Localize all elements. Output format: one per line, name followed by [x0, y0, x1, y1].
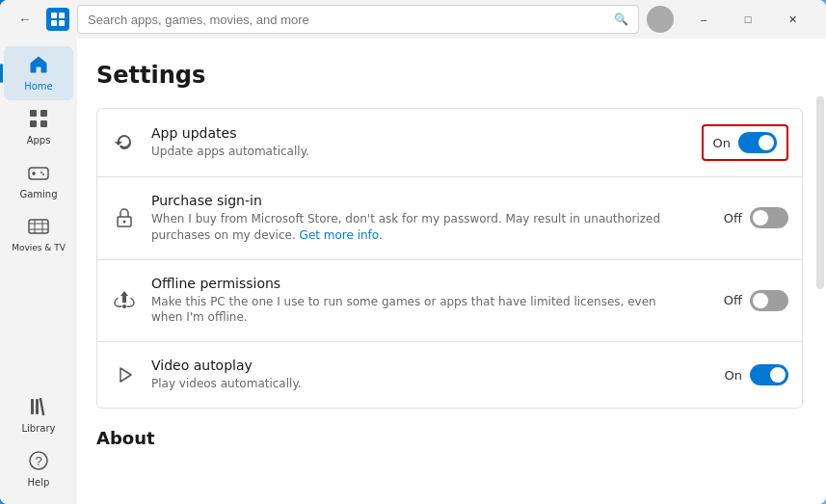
- offline-control: Off: [702, 290, 788, 311]
- app-icon: [46, 8, 69, 31]
- sidebar-item-movies[interactable]: Movies & TV: [4, 208, 73, 261]
- svg-rect-1: [59, 13, 65, 18]
- get-more-info-link[interactable]: Get more info.: [300, 228, 383, 242]
- app-updates-control-label: On: [713, 136, 731, 150]
- video-toggle-thumb: [770, 367, 786, 383]
- setting-item-offline: Offline permissions Make this PC the one…: [96, 259, 803, 342]
- sidebar-library-label: Library: [22, 423, 56, 435]
- offline-toggle-thumb: [753, 293, 768, 308]
- svg-rect-0: [51, 13, 57, 18]
- setting-item-purchase: Purchase sign-in When I buy from Microso…: [96, 176, 803, 259]
- svg-point-12: [42, 173, 44, 175]
- offline-desc: Make this PC the one I use to run some g…: [151, 294, 688, 327]
- sidebar: Home Apps: [0, 39, 77, 504]
- app-updates-toggle-thumb: [759, 135, 774, 150]
- offline-toggle-track: [750, 290, 788, 311]
- sidebar-apps-label: Apps: [27, 135, 51, 146]
- purchase-toggle-thumb: [753, 210, 768, 225]
- sidebar-help-label: Help: [28, 477, 50, 489]
- sidebar-item-help[interactable]: ? Help: [4, 442, 73, 496]
- search-bar[interactable]: 🔍: [77, 5, 639, 34]
- video-toggle[interactable]: [750, 364, 788, 385]
- app-updates-icon: [111, 129, 138, 156]
- page-title: Settings: [96, 62, 803, 89]
- close-button[interactable]: ✕: [770, 4, 814, 35]
- video-desc: Play videos automatically.: [151, 376, 688, 392]
- sidebar-home-label: Home: [24, 81, 53, 93]
- svg-rect-19: [36, 399, 39, 414]
- purchase-control-label: Off: [724, 211, 742, 225]
- svg-rect-18: [31, 399, 34, 414]
- video-control: On: [702, 364, 788, 385]
- sidebar-movies-label: Movies & TV: [12, 243, 66, 253]
- video-title: Video autoplay: [151, 358, 688, 373]
- purchase-text: Purchase sign-in When I buy from Microso…: [151, 193, 688, 244]
- app-updates-toggle[interactable]: [738, 132, 777, 153]
- content-area: Home Apps: [0, 39, 826, 504]
- svg-rect-4: [30, 110, 37, 117]
- app-updates-toggle-track: [738, 132, 777, 153]
- video-control-label: On: [725, 368, 742, 383]
- purchase-control: Off: [702, 207, 788, 228]
- video-toggle-track: [750, 364, 788, 385]
- app-updates-title: App updates: [151, 125, 688, 141]
- sidebar-item-library[interactable]: Library: [4, 388, 73, 442]
- purchase-title: Purchase sign-in: [151, 193, 688, 208]
- svg-point-11: [40, 172, 42, 173]
- titlebar: ← 🔍 – □ ✕: [0, 0, 826, 39]
- avatar: [647, 6, 674, 33]
- svg-text:?: ?: [35, 454, 41, 468]
- about-section: About: [96, 428, 803, 448]
- sidebar-item-apps[interactable]: Apps: [4, 100, 73, 154]
- maximize-button[interactable]: □: [726, 4, 770, 35]
- app-updates-control: On: [702, 124, 788, 161]
- search-input[interactable]: [88, 13, 608, 27]
- sidebar-gaming-label: Gaming: [19, 189, 57, 200]
- svg-rect-5: [40, 110, 47, 117]
- purchase-toggle-track: [750, 207, 788, 228]
- scrollbar[interactable]: [816, 96, 824, 289]
- svg-point-24: [122, 305, 126, 308]
- video-icon: [111, 361, 138, 388]
- app-updates-text: App updates Update apps automatically.: [151, 125, 688, 160]
- home-icon: [28, 54, 49, 79]
- minimize-button[interactable]: –: [681, 4, 726, 35]
- settings-list: App updates Update apps automatically. O…: [96, 108, 803, 409]
- window-controls: – □ ✕: [681, 4, 814, 35]
- offline-text: Offline permissions Make this PC the one…: [151, 276, 688, 327]
- svg-rect-13: [29, 220, 48, 233]
- help-icon: ?: [28, 450, 49, 475]
- movies-icon: [28, 216, 49, 241]
- app-window: ← 🔍 – □ ✕: [0, 0, 826, 504]
- app-updates-desc: Update apps automatically.: [151, 144, 688, 160]
- sidebar-item-home[interactable]: Home: [4, 46, 73, 100]
- svg-point-23: [123, 221, 126, 224]
- apps-icon: [28, 108, 49, 133]
- setting-item-video: Video autoplay Play videos automatically…: [96, 341, 803, 409]
- svg-rect-7: [40, 120, 47, 127]
- offline-control-label: Off: [724, 293, 742, 307]
- svg-rect-3: [59, 20, 65, 26]
- gaming-icon: [28, 162, 49, 187]
- sidebar-item-gaming[interactable]: Gaming: [4, 154, 73, 208]
- offline-toggle[interactable]: [750, 290, 788, 311]
- setting-item-app-updates: App updates Update apps automatically. O…: [96, 108, 803, 176]
- offline-icon: [111, 287, 138, 314]
- video-text: Video autoplay Play videos automatically…: [151, 358, 688, 392]
- purchase-icon: [111, 204, 138, 231]
- offline-title: Offline permissions: [151, 276, 688, 291]
- purchase-toggle[interactable]: [750, 207, 788, 228]
- library-icon: [28, 396, 49, 421]
- back-button[interactable]: ←: [12, 6, 39, 33]
- svg-rect-2: [51, 20, 57, 26]
- about-title: About: [96, 428, 803, 448]
- search-icon: 🔍: [614, 13, 628, 26]
- svg-rect-6: [30, 120, 37, 127]
- purchase-desc: When I buy from Microsoft Store, don't a…: [151, 211, 688, 244]
- main-content: Settings App updates Update apps automat…: [77, 39, 826, 504]
